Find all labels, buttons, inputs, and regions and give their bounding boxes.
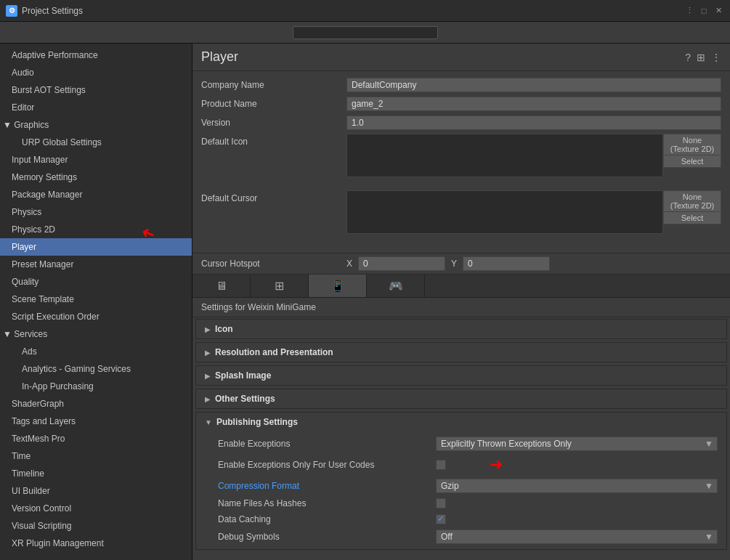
sidebar-item-physics[interactable]: Physics: [0, 203, 192, 221]
company-name-input[interactable]: [346, 78, 721, 92]
y-input[interactable]: [463, 256, 550, 271]
titlebar-title: Project Settings: [22, 6, 83, 16]
searchbar: 🔍: [0, 22, 730, 44]
default-cursor-preview: [346, 190, 663, 234]
default-cursor-side: None(Texture 2D) Select: [663, 190, 721, 234]
more-icon[interactable]: ⋮: [711, 52, 721, 63]
sidebar-item-memory-settings[interactable]: Memory Settings: [0, 169, 192, 186]
company-name-row: Company Name: [201, 77, 721, 93]
sidebar-item-version-control[interactable]: Version Control: [0, 500, 192, 517]
other-section-header[interactable]: ▶ Other Settings: [195, 389, 727, 409]
default-cursor-row: Default Cursor None(Texture 2D) Select: [201, 190, 721, 241]
tab-tv[interactable]: ⊞: [251, 275, 309, 297]
publishing-header[interactable]: ▼ Publishing Settings: [196, 413, 726, 431]
product-name-label: Product Name: [201, 99, 346, 109]
platform-tabs: 🖥 ⊞ 📱 🎮: [192, 275, 730, 298]
debug-symbols-dropdown-wrapper: Off ▼: [436, 529, 718, 544]
resolution-section-triangle: ▶: [205, 349, 211, 357]
sidebar-item-tags-and-layers[interactable]: Tags and Layers: [0, 413, 192, 430]
default-cursor-label: Default Cursor: [201, 190, 346, 203]
x-input[interactable]: [358, 256, 445, 271]
more-options-btn[interactable]: ⋮: [684, 5, 695, 17]
default-icon-preview: [346, 134, 663, 177]
data-caching-checkbox[interactable]: [436, 514, 446, 524]
default-cursor-content: None(Texture 2D) Select: [346, 190, 721, 234]
version-row: Version: [201, 115, 721, 131]
sidebar-item-timeline[interactable]: Timeline: [0, 465, 192, 482]
default-icon-content: None(Texture 2D) Select: [346, 134, 721, 177]
close-btn[interactable]: ✕: [713, 5, 724, 17]
enable-exceptions-dropdown-wrapper: Explicitly Thrown Exceptions Only ▼: [436, 437, 718, 451]
icon-section-triangle: ▶: [205, 325, 211, 333]
default-icon-select-btn[interactable]: Select: [663, 155, 721, 168]
red-arrow-annotation: ➜: [490, 455, 503, 474]
compression-format-dropdown[interactable]: Gzip: [436, 479, 718, 493]
enable-exceptions-user-codes-row: Enable Exceptions Only For User Codes ➜: [196, 453, 726, 476]
debug-symbols-dropdown[interactable]: Off: [436, 529, 718, 544]
sidebar-item-quality[interactable]: Quality: [0, 273, 192, 291]
name-files-as-hashes-row: Name Files As Hashes: [196, 495, 726, 511]
default-cursor-select-btn[interactable]: Select: [663, 211, 721, 224]
splash-section-header[interactable]: ▶ Splash Image: [195, 365, 727, 386]
product-name-input[interactable]: [346, 97, 721, 111]
sidebar-item-adaptive-performance[interactable]: Adaptive Performance: [0, 46, 192, 64]
sidebar-item-ui-builder[interactable]: UI Builder: [0, 482, 192, 500]
sidebar-item-time[interactable]: Time: [0, 447, 192, 465]
version-input[interactable]: [346, 115, 721, 130]
sidebar-item-burst-aot[interactable]: Burst AOT Settings: [0, 81, 192, 99]
sidebar-item-script-execution-order[interactable]: Script Execution Order: [0, 308, 192, 325]
name-files-as-hashes-checkbox[interactable]: [436, 498, 446, 508]
company-name-label: Company Name: [201, 80, 346, 90]
page-title: Player: [201, 49, 238, 65]
content-area: Player ? ⊞ ⋮ Company Name Product Name V…: [192, 44, 730, 560]
sidebar-item-analytics-gaming[interactable]: Analytics - Gaming Services: [0, 360, 192, 378]
other-section-title: Other Settings: [215, 394, 275, 404]
other-section-triangle: ▶: [205, 395, 211, 403]
tab-mobile[interactable]: 📱: [309, 275, 367, 297]
maximize-btn[interactable]: □: [698, 5, 710, 17]
sidebar-item-audio[interactable]: Audio: [0, 64, 192, 81]
search-input[interactable]: [293, 26, 438, 39]
sidebar-item-services[interactable]: ▼ Services: [0, 325, 192, 343]
layout-icon[interactable]: ⊞: [697, 52, 705, 63]
sidebar-item-scene-template[interactable]: Scene Template: [0, 291, 192, 308]
sidebar-item-urp-global[interactable]: URP Global Settings: [0, 134, 192, 151]
icon-section-title: Icon: [215, 324, 233, 334]
compression-format-label[interactable]: Compression Format: [218, 481, 436, 491]
sidebar-item-xr-plugin[interactable]: XR Plugin Management: [0, 535, 192, 552]
tv-icon: ⊞: [275, 279, 284, 293]
sidebar-item-input-manager[interactable]: Input Manager: [0, 151, 192, 169]
debug-symbols-row: Debug Symbols Off ▼: [196, 527, 726, 546]
enable-exceptions-dropdown[interactable]: Explicitly Thrown Exceptions Only: [436, 437, 718, 451]
hotspot-coords: X Y: [346, 256, 550, 271]
sidebar-item-physics-2d[interactable]: Physics 2D: [0, 221, 192, 238]
enable-exceptions-user-codes-checkbox[interactable]: [436, 460, 446, 470]
splash-section-title: Splash Image: [215, 370, 271, 381]
window-controls[interactable]: ⋮ □ ✕: [684, 5, 724, 17]
main-layout: Adaptive Performance Audio Burst AOT Set…: [0, 44, 730, 560]
tab-desktop[interactable]: 🖥: [192, 275, 251, 297]
sidebar-item-editor[interactable]: Editor: [0, 99, 192, 116]
sidebar-item-player[interactable]: Player: [0, 238, 192, 256]
sidebar-item-package-manager[interactable]: Package Manager: [0, 186, 192, 203]
data-caching-row: Data Caching: [196, 511, 726, 527]
default-icon-row: Default Icon None(Texture 2D) Select: [201, 134, 721, 184]
help-icon[interactable]: ?: [685, 52, 691, 63]
desktop-icon: 🖥: [216, 280, 227, 293]
sidebar-item-preset-manager[interactable]: Preset Manager: [0, 256, 192, 273]
sidebar-item-in-app-purchasing[interactable]: In-App Purchasing: [0, 378, 192, 395]
sidebar-item-visual-scripting[interactable]: Visual Scripting: [0, 517, 192, 535]
sidebar-item-ads[interactable]: Ads: [0, 343, 192, 360]
default-icon-side: None(Texture 2D) Select: [663, 134, 721, 177]
sidebar-item-textmesh-pro[interactable]: TextMesh Pro: [0, 430, 192, 447]
sidebar-item-shadergraph[interactable]: ShaderGraph: [0, 395, 192, 413]
mobile-icon: 📱: [330, 279, 345, 293]
sidebar-item-graphics[interactable]: ▼ Graphics: [0, 116, 192, 134]
name-files-as-hashes-label: Name Files As Hashes: [218, 498, 436, 508]
y-label: Y: [451, 259, 457, 269]
icon-section-header[interactable]: ▶ Icon: [195, 319, 727, 339]
tab-console[interactable]: 🎮: [367, 275, 425, 297]
hotspot-label: Cursor Hotspot: [201, 259, 346, 269]
product-name-row: Product Name: [201, 96, 721, 112]
resolution-section-header[interactable]: ▶ Resolution and Presentation: [195, 342, 727, 362]
